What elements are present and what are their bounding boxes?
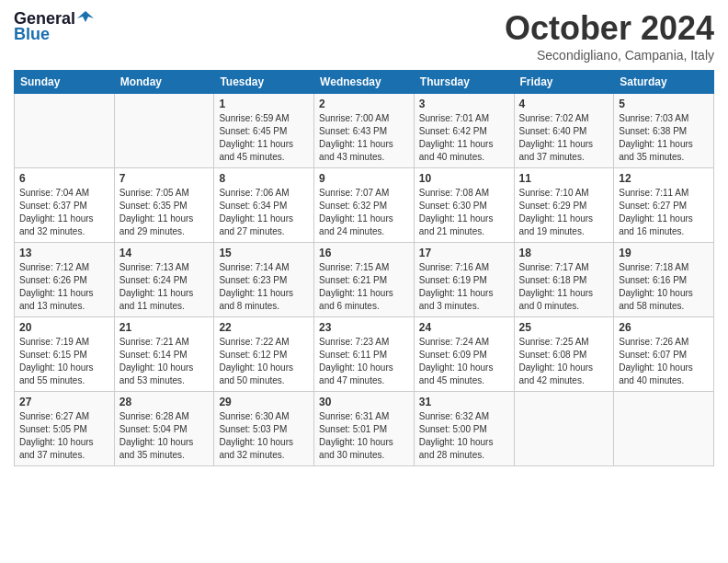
calendar-week-row: 6Sunrise: 7:04 AMSunset: 6:37 PMDaylight…	[15, 168, 714, 243]
day-info: Sunrise: 7:26 AMSunset: 6:07 PMDaylight:…	[619, 337, 693, 385]
day-info: Sunrise: 7:02 AMSunset: 6:40 PMDaylight:…	[519, 113, 594, 162]
day-number: 28	[119, 396, 210, 408]
day-number: 12	[619, 172, 709, 185]
day-number: 24	[419, 321, 509, 334]
calendar-day-cell: 8Sunrise: 7:06 AMSunset: 6:34 PMDaylight…	[214, 168, 314, 243]
logo-blue: Blue	[14, 25, 50, 44]
day-number: 1	[219, 98, 309, 110]
day-number: 14	[119, 247, 210, 259]
day-info: Sunrise: 7:03 AMSunset: 6:38 PMDaylight:…	[619, 113, 693, 162]
day-info: Sunrise: 7:06 AMSunset: 6:34 PMDaylight:…	[219, 188, 293, 236]
weekday-header-row: SundayMondayTuesdayWednesdayThursdayFrid…	[15, 71, 714, 94]
calendar-day-cell: 18Sunrise: 7:17 AMSunset: 6:18 PMDayligh…	[514, 243, 614, 317]
day-info: Sunrise: 6:27 AMSunset: 5:05 PMDaylight:…	[19, 411, 94, 460]
day-info: Sunrise: 7:05 AMSunset: 6:35 PMDaylight:…	[119, 188, 194, 236]
day-number: 6	[19, 172, 109, 185]
calendar-day-cell: 21Sunrise: 7:21 AMSunset: 6:14 PMDayligh…	[114, 317, 214, 392]
day-number: 9	[319, 172, 409, 185]
day-info: Sunrise: 7:11 AMSunset: 6:27 PMDaylight:…	[619, 188, 693, 236]
calendar-day-cell: 17Sunrise: 7:16 AMSunset: 6:19 PMDayligh…	[414, 243, 514, 317]
day-number: 25	[519, 321, 609, 334]
day-number: 15	[219, 247, 309, 259]
calendar-day-cell	[614, 392, 714, 466]
day-info: Sunrise: 7:25 AMSunset: 6:08 PMDaylight:…	[519, 337, 594, 385]
weekday-header-wednesday: Wednesday	[314, 71, 415, 94]
day-number: 22	[219, 321, 309, 334]
calendar-day-cell: 4Sunrise: 7:02 AMSunset: 6:40 PMDaylight…	[514, 94, 614, 168]
day-info: Sunrise: 7:04 AMSunset: 6:37 PMDaylight:…	[19, 188, 94, 236]
day-number: 10	[419, 172, 509, 185]
day-number: 30	[319, 396, 409, 408]
calendar-table: SundayMondayTuesdayWednesdayThursdayFrid…	[14, 70, 714, 466]
day-number: 4	[519, 98, 609, 110]
calendar-container: General Blue October 2024 Secondigliano,…	[0, 0, 728, 476]
day-number: 21	[119, 321, 210, 334]
weekday-header-sunday: Sunday	[15, 71, 115, 94]
day-info: Sunrise: 6:32 AMSunset: 5:00 PMDaylight:…	[419, 411, 494, 460]
calendar-day-cell: 1Sunrise: 6:59 AMSunset: 6:45 PMDaylight…	[214, 94, 314, 168]
day-number: 16	[319, 247, 409, 259]
day-info: Sunrise: 7:22 AMSunset: 6:12 PMDaylight:…	[219, 337, 293, 385]
calendar-day-cell: 31Sunrise: 6:32 AMSunset: 5:00 PMDayligh…	[414, 392, 514, 466]
day-info: Sunrise: 7:18 AMSunset: 6:16 PMDaylight:…	[619, 262, 693, 311]
day-info: Sunrise: 7:07 AMSunset: 6:32 PMDaylight:…	[319, 188, 393, 236]
calendar-week-row: 20Sunrise: 7:19 AMSunset: 6:15 PMDayligh…	[15, 317, 714, 392]
month-title: October 2024	[505, 9, 714, 48]
day-number: 27	[19, 396, 109, 408]
calendar-day-cell: 23Sunrise: 7:23 AMSunset: 6:11 PMDayligh…	[314, 317, 415, 392]
calendar-day-cell: 6Sunrise: 7:04 AMSunset: 6:37 PMDaylight…	[15, 168, 115, 243]
calendar-day-cell: 30Sunrise: 6:31 AMSunset: 5:01 PMDayligh…	[314, 392, 415, 466]
day-number: 3	[419, 98, 509, 110]
logo-bird-icon	[77, 9, 94, 26]
logo: General Blue	[14, 9, 94, 44]
day-info: Sunrise: 7:21 AMSunset: 6:14 PMDaylight:…	[119, 337, 194, 385]
day-info: Sunrise: 6:59 AMSunset: 6:45 PMDaylight:…	[219, 113, 293, 162]
location: Secondigliano, Campania, Italy	[505, 48, 714, 63]
day-number: 8	[219, 172, 309, 185]
day-info: Sunrise: 6:28 AMSunset: 5:04 PMDaylight:…	[119, 411, 194, 460]
day-number: 29	[219, 396, 309, 408]
day-info: Sunrise: 7:19 AMSunset: 6:15 PMDaylight:…	[19, 337, 94, 385]
day-number: 19	[619, 247, 709, 259]
day-info: Sunrise: 7:24 AMSunset: 6:09 PMDaylight:…	[419, 337, 494, 385]
day-info: Sunrise: 7:17 AMSunset: 6:18 PMDaylight:…	[519, 262, 594, 311]
calendar-day-cell: 20Sunrise: 7:19 AMSunset: 6:15 PMDayligh…	[15, 317, 115, 392]
calendar-day-cell: 3Sunrise: 7:01 AMSunset: 6:42 PMDaylight…	[414, 94, 514, 168]
day-number: 17	[419, 247, 509, 259]
day-info: Sunrise: 7:01 AMSunset: 6:42 PMDaylight:…	[419, 113, 494, 162]
day-number: 2	[319, 98, 409, 110]
calendar-day-cell: 10Sunrise: 7:08 AMSunset: 6:30 PMDayligh…	[414, 168, 514, 243]
calendar-day-cell: 28Sunrise: 6:28 AMSunset: 5:04 PMDayligh…	[114, 392, 214, 466]
calendar-day-cell: 16Sunrise: 7:15 AMSunset: 6:21 PMDayligh…	[314, 243, 415, 317]
calendar-day-cell: 22Sunrise: 7:22 AMSunset: 6:12 PMDayligh…	[214, 317, 314, 392]
weekday-header-saturday: Saturday	[614, 71, 714, 94]
day-info: Sunrise: 7:12 AMSunset: 6:26 PMDaylight:…	[19, 262, 94, 311]
calendar-week-row: 1Sunrise: 6:59 AMSunset: 6:45 PMDaylight…	[15, 94, 714, 168]
calendar-day-cell: 7Sunrise: 7:05 AMSunset: 6:35 PMDaylight…	[114, 168, 214, 243]
day-info: Sunrise: 7:00 AMSunset: 6:43 PMDaylight:…	[319, 113, 393, 162]
calendar-day-cell	[15, 94, 115, 168]
calendar-day-cell: 14Sunrise: 7:13 AMSunset: 6:24 PMDayligh…	[114, 243, 214, 317]
calendar-day-cell: 15Sunrise: 7:14 AMSunset: 6:23 PMDayligh…	[214, 243, 314, 317]
svg-marker-0	[77, 11, 94, 22]
weekday-header-friday: Friday	[514, 71, 614, 94]
day-number: 13	[19, 247, 109, 259]
day-info: Sunrise: 7:13 AMSunset: 6:24 PMDaylight:…	[119, 262, 194, 311]
calendar-day-cell: 2Sunrise: 7:00 AMSunset: 6:43 PMDaylight…	[314, 94, 415, 168]
day-info: Sunrise: 7:23 AMSunset: 6:11 PMDaylight:…	[319, 337, 393, 385]
day-number: 11	[519, 172, 609, 185]
calendar-week-row: 13Sunrise: 7:12 AMSunset: 6:26 PMDayligh…	[15, 243, 714, 317]
calendar-day-cell	[514, 392, 614, 466]
day-info: Sunrise: 6:31 AMSunset: 5:01 PMDaylight:…	[319, 411, 393, 460]
calendar-day-cell: 13Sunrise: 7:12 AMSunset: 6:26 PMDayligh…	[15, 243, 115, 317]
day-info: Sunrise: 7:10 AMSunset: 6:29 PMDaylight:…	[519, 188, 594, 236]
calendar-day-cell: 19Sunrise: 7:18 AMSunset: 6:16 PMDayligh…	[614, 243, 714, 317]
day-number: 23	[319, 321, 409, 334]
calendar-day-cell: 26Sunrise: 7:26 AMSunset: 6:07 PMDayligh…	[614, 317, 714, 392]
day-info: Sunrise: 7:16 AMSunset: 6:19 PMDaylight:…	[419, 262, 494, 311]
day-number: 5	[619, 98, 709, 110]
title-section: October 2024 Secondigliano, Campania, It…	[505, 9, 714, 63]
weekday-header-monday: Monday	[114, 71, 214, 94]
calendar-day-cell: 9Sunrise: 7:07 AMSunset: 6:32 PMDaylight…	[314, 168, 415, 243]
calendar-day-cell: 25Sunrise: 7:25 AMSunset: 6:08 PMDayligh…	[514, 317, 614, 392]
